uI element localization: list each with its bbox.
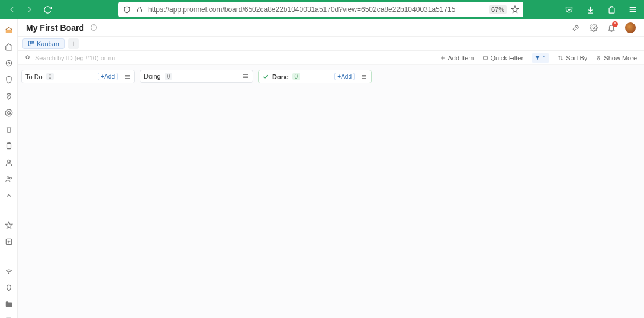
search-icon [25,54,31,61]
folder-nav-icon[interactable] [4,300,14,309]
pin-nav-icon[interactable] [4,284,14,292]
view-tabs: Kanban + [18,37,644,51]
shield-nav-icon[interactable] [4,76,14,84]
svg-marker-1 [511,6,519,12]
board-title: My First Board [26,23,84,33]
column-menu-icon[interactable] [360,73,368,80]
board-header: My First Board 5 [18,19,644,37]
sort-by-button[interactable]: Sort By [558,54,587,61]
add-view-button[interactable]: + [68,38,79,49]
svg-rect-6 [5,30,12,33]
settings-icon[interactable] [590,24,598,32]
tools-icon[interactable] [572,24,580,32]
extensions-icon[interactable] [606,4,617,15]
add-item-button[interactable]: Add Item [440,54,474,61]
tab-label: Kanban [37,40,59,47]
zoom-indicator[interactable]: 67% [489,5,507,14]
svg-point-22 [94,26,94,27]
kanban-column: Doing0 [140,70,253,83]
sort-by-label: Sort By [566,54,587,61]
filter-count: 1 [543,54,546,61]
svg-point-12 [7,160,10,163]
notification-badge: 5 [612,21,618,27]
chevron-up-icon[interactable] [4,192,14,200]
at-icon[interactable] [4,109,14,117]
trash-nav-icon[interactable] [4,125,14,134]
users-nav-icon[interactable] [4,175,14,183]
app-logo[interactable] [4,26,14,34]
svg-point-32 [597,57,600,60]
browser-chrome: https://app.pronnel.com/board/6502ca8e22… [0,0,644,19]
user-avatar[interactable] [625,22,636,33]
svg-point-9 [8,95,9,96]
downloads-icon[interactable] [585,4,595,15]
filter-button[interactable]: 1 [532,53,549,63]
svg-rect-31 [483,56,487,60]
lock-icon [135,5,144,14]
column-header: Done0+Add [259,70,371,83]
reload-button[interactable] [41,4,53,15]
tab-kanban[interactable]: Kanban [22,38,65,49]
svg-point-7 [6,60,11,66]
browser-right-icons [564,4,638,15]
app-frame: My First Board 5 Kanban + [0,19,644,318]
svg-line-28 [29,59,31,60]
shield-icon [122,5,131,14]
wifi-nav-icon[interactable] [4,267,14,275]
show-more-label: Show More [604,54,637,61]
svg-point-8 [8,62,10,64]
app-menu-icon[interactable] [627,4,638,15]
plus-box-icon[interactable] [4,238,14,246]
svg-point-19 [8,273,9,274]
svg-rect-2 [609,8,614,13]
column-name: Doing [144,73,161,80]
user-nav-icon[interactable] [4,158,14,167]
info-icon[interactable] [90,24,98,31]
column-menu-icon[interactable] [242,73,249,80]
svg-rect-11 [7,143,11,148]
svg-point-14 [9,177,11,179]
svg-rect-26 [33,41,34,43]
svg-rect-24 [28,41,30,46]
column-count: 0 [165,73,173,80]
home-icon[interactable] [4,43,14,51]
board-toolbar: Add Item Quick Filter 1 Sort By Show Mor… [18,51,644,65]
clipboard-nav-icon[interactable] [4,142,14,150]
location-nav-icon[interactable] [4,92,14,100]
star-nav-icon[interactable] [4,221,14,229]
app-sidebar [0,19,18,318]
search-wrap [25,54,130,61]
kanban-column: To Do0+Add [21,70,135,83]
check-icon [262,73,269,80]
url-text: https://app.pronnel.com/board/6502ca8e22… [148,5,485,14]
bookmark-star-icon[interactable] [510,5,520,14]
column-header: Doing0 [140,70,253,82]
quick-filter-label: Quick Filter [491,54,524,61]
column-name: To Do [25,73,43,80]
kanban-column: Done0+Add [258,70,372,83]
column-count: 0 [46,73,54,80]
column-name: Done [272,73,289,80]
svg-rect-0 [138,9,142,12]
svg-point-27 [26,56,30,59]
url-bar[interactable]: https://app.pronnel.com/board/6502ca8e22… [118,2,523,17]
show-more-button[interactable]: Show More [595,54,637,61]
back-button[interactable] [6,4,18,15]
kanban-board: To Do0+AddDoing0Done0+Add [18,65,644,318]
quick-filter-button[interactable]: Quick Filter [482,54,524,61]
app-main: My First Board 5 Kanban + [18,19,644,318]
column-count: 0 [292,73,301,80]
svg-point-10 [7,112,10,115]
svg-marker-15 [5,222,12,228]
target-icon[interactable] [4,59,14,67]
search-input[interactable] [35,54,130,61]
pocket-icon[interactable] [564,4,574,15]
notifications-icon[interactable]: 5 [607,24,616,32]
svg-point-13 [7,177,9,179]
column-menu-icon[interactable] [124,73,131,80]
forward-button[interactable] [24,4,36,15]
svg-rect-25 [31,41,32,44]
column-add-button[interactable]: +Add [334,73,355,80]
column-add-button[interactable]: +Add [98,73,118,80]
column-header: To Do0+Add [22,70,134,83]
